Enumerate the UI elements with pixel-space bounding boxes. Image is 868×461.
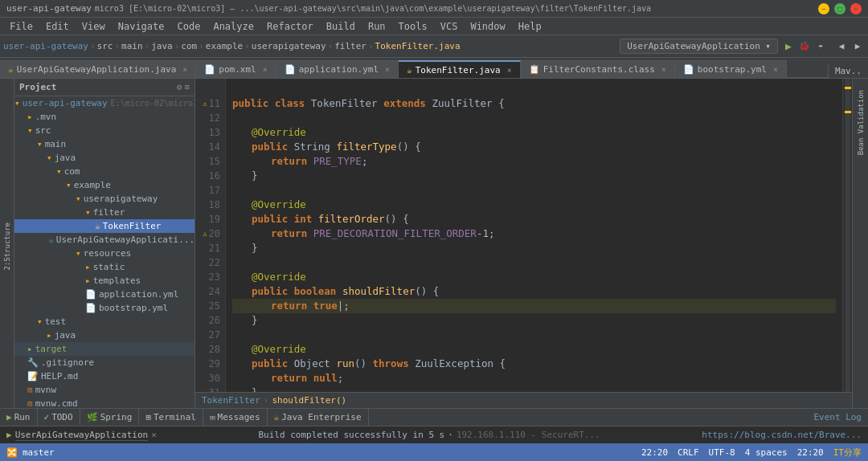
- tab-java-enterprise[interactable]: ☕ Java Enterprise: [268, 409, 369, 426]
- status-crlf[interactable]: CRLF: [678, 447, 699, 458]
- todo-icon: ✓: [44, 412, 50, 422]
- it-fenxiang-logo: IT分享: [833, 447, 862, 459]
- sidebar-header: Project ⚙ ≡: [14, 79, 194, 96]
- code-content[interactable]: public class TokenFilter extends ZuulFil…: [226, 79, 842, 392]
- menu-tools[interactable]: Tools: [392, 19, 434, 34]
- run-label: ▶: [6, 430, 12, 440]
- tab-application-yml[interactable]: 📄 application.yml ×: [276, 60, 399, 78]
- sidebar-item-mvnw[interactable]: m mvnw: [14, 383, 194, 397]
- editor-method-crumb[interactable]: shouldFilter(): [272, 395, 346, 406]
- menu-refactor[interactable]: Refactor: [260, 19, 320, 34]
- target-label: target: [35, 344, 68, 354]
- sidebar-item-gitignore[interactable]: 🔧 .gitignore: [14, 356, 194, 369]
- menu-help[interactable]: Help: [512, 19, 548, 34]
- menu-edit[interactable]: Edit: [39, 19, 76, 34]
- status-encoding[interactable]: UTF-8: [709, 447, 735, 458]
- event-log-link[interactable]: Event Log: [807, 412, 868, 422]
- sidebar-item-test-java[interactable]: ▸ java: [14, 328, 194, 342]
- tab-userapigatewayapplication[interactable]: ☕ UserApiGatewayApplication.java ×: [0, 60, 196, 78]
- menu-analyze[interactable]: Analyze: [207, 19, 260, 34]
- sidebar-gear-icon[interactable]: ≡: [184, 82, 190, 92]
- sidebar-item-mvnwcmd[interactable]: m mvnw.cmd: [14, 397, 194, 408]
- menu-vcs[interactable]: VCS: [434, 19, 465, 34]
- status-right: 22:20 CRLF UTF-8 4 spaces 22:20 IT分享: [641, 447, 862, 459]
- breadcrumb-filter[interactable]: filter: [334, 41, 366, 51]
- sidebar-item-tokenfilter[interactable]: ☕ TokenFilter: [14, 219, 194, 233]
- tab-filterconstants[interactable]: 📋 FilterConstants.class ×: [521, 60, 675, 78]
- structure-tab[interactable]: 2:Structure: [2, 219, 13, 274]
- sidebar-settings-icon[interactable]: ⚙: [177, 82, 182, 92]
- sidebar-item-root[interactable]: ▾ user-api-gateway E:\micro-02\micro3\us…: [14, 96, 194, 110]
- sidebar-item-static[interactable]: ▸ static: [14, 260, 194, 274]
- mav-label[interactable]: Mav..: [828, 64, 868, 78]
- menu-window[interactable]: Window: [464, 19, 511, 34]
- tab-run[interactable]: ▶ Run: [0, 409, 38, 426]
- tab-spring[interactable]: 🌿 Spring: [80, 409, 140, 426]
- sidebar-item-bootstrap-yml[interactable]: 📄 bootstrap.yml: [14, 301, 194, 315]
- close-button[interactable]: ×: [850, 3, 862, 14]
- breadcrumb-userapigateway[interactable]: user-api-gateway: [3, 41, 88, 51]
- status-indent[interactable]: 4 spaces: [745, 447, 788, 458]
- breadcrumb-com[interactable]: com: [181, 41, 197, 51]
- menu-view[interactable]: View: [76, 19, 112, 34]
- code-editor[interactable]: ⚠11 12 13 14 15 16 17 18 19 ⚠20 21 22 23…: [195, 79, 852, 408]
- breadcrumb-example[interactable]: example: [206, 41, 243, 51]
- sidebar-item-com[interactable]: ▾ com: [14, 165, 194, 178]
- com-folder-icon: ▾: [56, 166, 62, 177]
- status-position: 22:20: [797, 447, 824, 458]
- sidebar-item-src[interactable]: ▾ src: [14, 124, 194, 137]
- breadcrumb-userapigateway2[interactable]: userapigateway: [252, 41, 326, 51]
- tab-todo[interactable]: ✓ TODO: [38, 409, 80, 426]
- sidebar-item-test[interactable]: ▾ test: [14, 315, 194, 328]
- menu-run[interactable]: Run: [362, 19, 392, 34]
- far-right-panel: Bean Validation: [852, 79, 868, 408]
- minimize-button[interactable]: −: [818, 3, 829, 14]
- git-branch[interactable]: master: [23, 447, 55, 458]
- sidebar-item-filter[interactable]: ▾ filter: [14, 206, 194, 219]
- run-close-icon[interactable]: ×: [151, 430, 157, 440]
- breadcrumb-main[interactable]: main: [121, 41, 143, 51]
- run-button[interactable]: ▶: [781, 39, 796, 54]
- bean-validation-tab[interactable]: Bean Validation: [855, 87, 866, 158]
- run-icon: ▶: [6, 412, 12, 422]
- mvnwcmd-icon: m: [27, 398, 33, 408]
- coverage-button[interactable]: ☂: [813, 39, 828, 54]
- forward-button[interactable]: ▶: [850, 39, 865, 54]
- sidebar-item-example[interactable]: ▾ example: [14, 178, 194, 192]
- tab-bootstrap[interactable]: 📄 bootstrap.yml ×: [675, 60, 787, 78]
- run-right-link[interactable]: https://blog.csdn.net/Brave...: [702, 430, 862, 440]
- sidebar-item-target[interactable]: ▸ target: [14, 342, 194, 356]
- sidebar-item-templates[interactable]: ▸ templates: [14, 274, 194, 288]
- menu-file[interactable]: File: [3, 19, 39, 34]
- sidebar-item-main[interactable]: ▾ main: [14, 137, 194, 151]
- sidebar-item-userapigatewayapp[interactable]: ☕ UserApiGatewayApplicati...: [14, 233, 194, 247]
- sidebar-item-application-yml[interactable]: 📄 application.yml: [14, 288, 194, 301]
- run-config-selector[interactable]: UserApiGatewayApplication ▾: [620, 39, 778, 54]
- tab-messages[interactable]: ✉ Messages: [203, 409, 268, 426]
- run-app-name[interactable]: UserApiGatewayApplication: [15, 430, 149, 441]
- sidebar-item-java[interactable]: ▾ java: [14, 151, 194, 165]
- userapigateway-label: userapigateway: [84, 194, 158, 204]
- tab-tokenfilter[interactable]: ☕ TokenFilter.java ×: [399, 60, 521, 78]
- editor-class-crumb[interactable]: TokenFilter: [202, 395, 260, 406]
- sidebar-item-userapigateway[interactable]: ▾ userapigateway: [14, 192, 194, 206]
- example-label: example: [74, 180, 111, 190]
- run-details: 192.168.1.110 - SecureRT...: [457, 430, 600, 440]
- error-stripe: [842, 79, 852, 392]
- tabs-bar: ☕ UserApiGatewayApplication.java × 📄 pom…: [0, 58, 868, 79]
- maximize-button[interactable]: □: [834, 3, 845, 14]
- sidebar-item-mvn[interactable]: ▸ .mvn: [14, 110, 194, 124]
- menu-code[interactable]: Code: [171, 19, 207, 34]
- breadcrumb-tokenfilter[interactable]: TokenFilter.java: [375, 41, 461, 51]
- breadcrumb-src[interactable]: src: [97, 41, 113, 51]
- debug-button[interactable]: 🐞: [797, 39, 812, 54]
- menu-navigate[interactable]: Navigate: [112, 19, 171, 34]
- menu-build[interactable]: Build: [320, 19, 362, 34]
- back-button[interactable]: ◀: [834, 39, 849, 54]
- sidebar-item-helpmd[interactable]: 📝 HELP.md: [14, 369, 194, 383]
- tab-terminal[interactable]: ⊞ Terminal: [139, 409, 203, 426]
- test-java-folder-icon: ▸: [47, 330, 52, 341]
- sidebar-item-resources[interactable]: ▾ resources: [14, 247, 194, 260]
- breadcrumb-java[interactable]: java: [151, 41, 173, 51]
- tab-pom[interactable]: 📄 pom.xml ×: [196, 60, 276, 78]
